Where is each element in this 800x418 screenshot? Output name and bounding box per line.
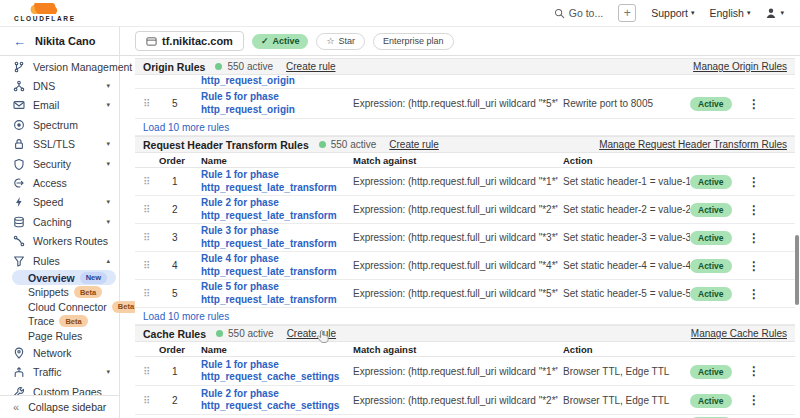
status-badge: Active	[690, 287, 732, 301]
collapse-sidebar-button[interactable]: « Collapse sidebar	[0, 395, 119, 418]
sidebar-item-overview[interactable]: Overview New	[12, 270, 116, 285]
rule-name-link[interactable]: Rule 2 for phasehttp_request_cache_setti…	[201, 388, 353, 413]
sidebar-item-email[interactable]: Email ▾	[0, 96, 119, 115]
chevron-down-icon: ▾	[106, 218, 110, 226]
sidebar-item-label: Security	[33, 158, 98, 170]
sidebar-item-page-rules[interactable]: Page Rules	[0, 329, 119, 344]
drag-handle-icon[interactable]: ⠿	[143, 395, 157, 406]
rule-name-link[interactable]: Rule 4 for phasehttp_request_late_transf…	[201, 253, 353, 278]
sidebar-item-speed[interactable]: Speed ▾	[0, 193, 119, 212]
sidebar-item-access[interactable]: Access	[0, 173, 119, 192]
drag-handle-icon[interactable]: ⠿	[143, 204, 157, 215]
add-site-button[interactable]: +	[618, 4, 636, 22]
sidebar-item-dns[interactable]: DNS ▾	[0, 76, 119, 95]
chevron-down-icon: ▾	[691, 9, 695, 17]
account-name: Nikita Cano	[35, 35, 96, 47]
table-row: ⠿ 5 Rule 5 for phasehttp_request_origin …	[135, 89, 795, 119]
shield-icon	[12, 158, 25, 170]
green-dot-icon	[216, 330, 223, 337]
rule-name-link[interactable]: Rule 1 for phasehttp_request_cache_setti…	[201, 359, 353, 384]
browser-window-icon	[146, 36, 157, 47]
create-rule-link[interactable]: Create rule	[286, 61, 335, 72]
kebab-menu-icon[interactable]: ⋮	[742, 175, 766, 189]
sidebar-item-caching[interactable]: Caching ▾	[0, 212, 119, 231]
kebab-menu-icon[interactable]: ⋮	[742, 203, 766, 217]
support-label: Support	[651, 7, 688, 19]
zone-name-box[interactable]: tf.nikitac.com	[135, 31, 244, 51]
column-match: Match against	[353, 155, 558, 166]
drag-handle-icon[interactable]: ⠿	[143, 176, 157, 187]
manage-cache-rules-link[interactable]: Manage Cache Rules	[691, 328, 787, 339]
sidebar-subitem-label: Snippets	[28, 286, 69, 298]
drag-handle-icon[interactable]: ⠿	[143, 232, 157, 243]
language-menu[interactable]: English ▾	[710, 7, 751, 19]
sidebar-item-cloud-connector[interactable]: Cloud Connector Beta	[0, 299, 119, 314]
star-icon: ☆	[326, 36, 334, 46]
rule-name-link[interactable]: Rule 5 for phasehttp_request_late_transf…	[201, 281, 353, 306]
kebab-menu-icon[interactable]: ⋮	[742, 287, 766, 301]
manage-transform-rules-link[interactable]: Manage Request Header Transform Rules	[599, 139, 787, 150]
rule-name-link[interactable]: Rule 3 for phasehttp_request_late_transf…	[201, 225, 353, 250]
rule-name-link[interactable]: Rule 2 for phasehttp_request_late_transf…	[201, 197, 353, 222]
support-menu[interactable]: Support ▾	[651, 7, 694, 19]
kebab-menu-icon[interactable]: ⋮	[742, 231, 766, 245]
sidebar-item-rules[interactable]: Rules ▴	[0, 251, 119, 270]
kebab-menu-icon[interactable]: ⋮	[742, 364, 766, 378]
chevron-up-icon: ▴	[106, 257, 110, 265]
route-icon	[12, 235, 25, 247]
vertical-scrollbar-thumb[interactable]	[795, 235, 799, 305]
drag-handle-icon[interactable]: ⠿	[143, 260, 157, 271]
rule-match: Expression: (http.request.full_uri wildc…	[353, 98, 558, 109]
sidebar-item-snippets[interactable]: Snippets Beta	[0, 285, 119, 300]
main-content: Origin Rules 550 active Create rule Mana…	[120, 56, 800, 418]
rule-name-link[interactable]: Rule 1 for phasehttp_request_late_transf…	[201, 169, 353, 194]
sidebar-item-spectrum[interactable]: Spectrum	[0, 115, 119, 134]
cloudflare-logo[interactable]: CLOUDFLARE	[14, 3, 76, 23]
sidebar-item-traffic[interactable]: Traffic ▾	[0, 363, 119, 382]
sidebar-item-workers-routes[interactable]: Workers Routes	[0, 232, 119, 251]
sidebar-item-label: Email	[33, 99, 98, 111]
star-button[interactable]: ☆ Star	[316, 33, 365, 50]
drag-handle-icon[interactable]: ⠿	[143, 288, 157, 299]
kebab-menu-icon[interactable]: ⋮	[742, 259, 766, 273]
collapse-label: Collapse sidebar	[28, 401, 106, 413]
table-row-partial: http_request_origin	[135, 75, 795, 89]
sidebar-item-security[interactable]: Security ▾	[0, 154, 119, 173]
sidebar-item-label: SSL/TLS	[33, 138, 98, 150]
sidebar-subitem-label: Overview	[28, 272, 75, 284]
load-more-rules-link[interactable]: Load 10 more rules	[135, 308, 795, 325]
status-badge: Active	[690, 365, 732, 379]
status-badge: Active	[690, 203, 732, 217]
sidebar-item-version-management[interactable]: Version Management	[0, 57, 119, 76]
rule-order: 2	[157, 204, 201, 215]
rule-order: 1	[157, 366, 201, 377]
sidebar-subitem-label: Page Rules	[28, 330, 82, 342]
rule-name-link[interactable]: http_request_origin	[201, 75, 353, 88]
goto-search[interactable]: Go to...	[554, 7, 603, 19]
kebab-menu-icon[interactable]: ⋮	[742, 97, 766, 111]
table-row: ⠿ 3 Rule 3 for phasehttp_request_late_tr…	[135, 224, 795, 252]
rule-action: Browser TTL, Edge TTL	[558, 366, 690, 377]
load-more-rules-link[interactable]: Load 10 more rules	[135, 119, 795, 136]
user-menu[interactable]: ▾	[765, 7, 784, 19]
create-rule-link[interactable]: Create rule	[389, 139, 438, 150]
account-header: ← Nikita Cano	[0, 27, 120, 55]
sidebar-item-trace[interactable]: Trace Beta	[0, 314, 119, 329]
back-arrow-icon[interactable]: ←	[13, 34, 26, 49]
rule-action: Set static header-2 = value-2	[558, 204, 690, 215]
kebab-menu-icon[interactable]: ⋮	[742, 393, 766, 407]
sidebar-item-label: DNS	[33, 80, 98, 92]
goto-label: Go to...	[569, 7, 603, 19]
section-title: Request Header Transform Rules	[143, 139, 309, 151]
sidebar-item-label: Traffic	[33, 366, 98, 378]
manage-origin-rules-link[interactable]: Manage Origin Rules	[693, 61, 787, 72]
sidebar-item-network[interactable]: Network	[0, 343, 119, 362]
rule-name-link[interactable]: Rule 5 for phasehttp_request_origin	[201, 91, 353, 116]
drag-handle-icon[interactable]: ⠿	[143, 366, 157, 377]
table-row: ⠿ 1 Rule 1 for phasehttp_request_late_tr…	[135, 168, 795, 196]
sidebar-item-ssl-tls[interactable]: SSL/TLS ▾	[0, 135, 119, 154]
drag-handle-icon[interactable]: ⠿	[143, 98, 157, 109]
status-badge: Active	[690, 259, 732, 273]
column-action: Action	[558, 155, 690, 166]
sidebar-item-label: Speed	[33, 196, 98, 208]
